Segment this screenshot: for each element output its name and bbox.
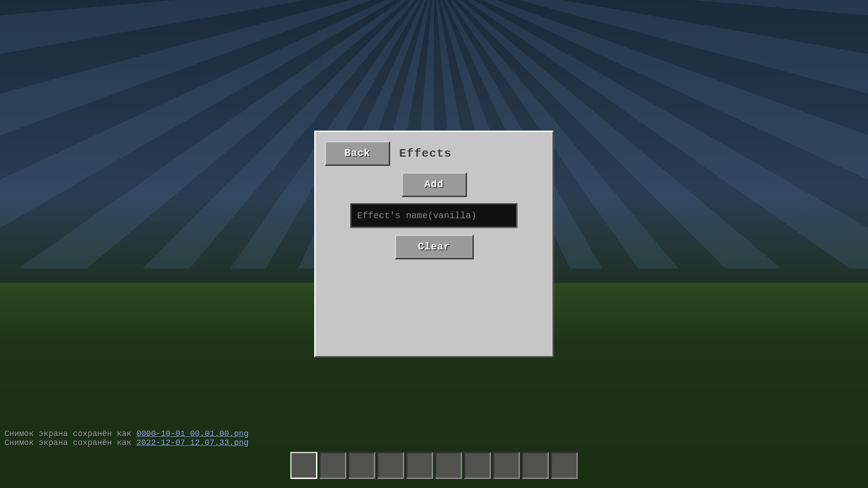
effect-name-input[interactable] bbox=[350, 203, 518, 228]
dialog-overlay: Back Effects Add Clear bbox=[0, 0, 868, 488]
back-button[interactable]: Back bbox=[325, 141, 390, 166]
dialog-top-row: Back Effects bbox=[325, 141, 543, 166]
dialog-title: Effects bbox=[399, 147, 452, 160]
add-button[interactable]: Add bbox=[401, 172, 467, 197]
clear-button[interactable]: Clear bbox=[395, 235, 474, 259]
dialog-empty-area bbox=[325, 266, 543, 347]
effects-dialog: Back Effects Add Clear bbox=[314, 131, 554, 357]
